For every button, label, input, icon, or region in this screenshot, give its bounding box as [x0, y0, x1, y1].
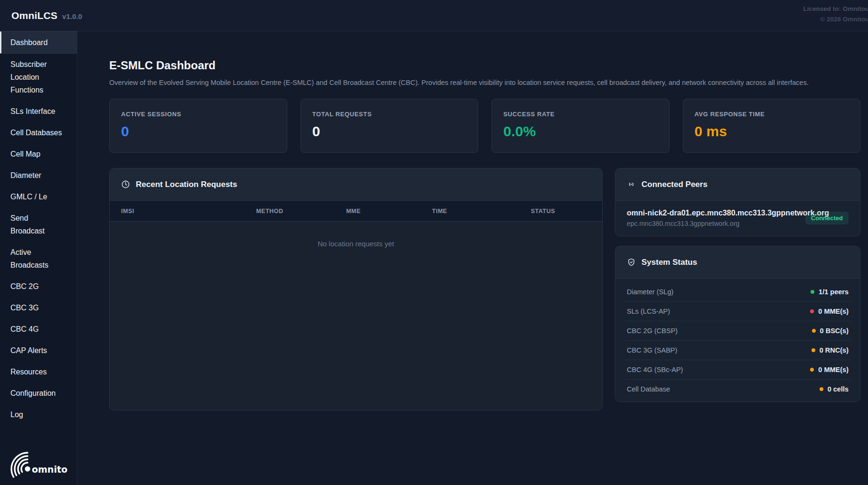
- app-title: OmniLCS: [11, 10, 57, 21]
- sidebar-item-dashboard[interactable]: Dashboard: [0, 31, 77, 54]
- status-dot: [811, 290, 814, 294]
- connected-peers-panel: Connected Peers omni-nick2-dra01.epc.mnc…: [615, 168, 860, 236]
- copyright-text: © 2026 Omnitouch: [803, 14, 868, 25]
- app-header: OmniLCS v1.0.0 Licensed to: Omnitouch © …: [0, 0, 868, 31]
- sidebar-item-configuration[interactable]: Configuration: [0, 382, 77, 404]
- page-title: E-SMLC Dashboard: [109, 59, 860, 72]
- omnitouch-logo: omnitouch: [9, 448, 67, 480]
- status-value: 1/1 peers: [819, 288, 849, 296]
- peer-info: omni-nick2-dra01.epc.mnc380.mcc313.3gppn…: [627, 209, 800, 227]
- stat-value: 0: [121, 123, 275, 140]
- app-brand: OmniLCS v1.0.0: [11, 10, 82, 21]
- column-header-time: TIME: [395, 208, 484, 215]
- recent-requests-header: Recent Location Requests: [110, 168, 602, 201]
- sidebar-item-send-broadcast[interactable]: Send Broadcast: [0, 207, 77, 242]
- right-column: Connected Peers omni-nick2-dra01.epc.mnc…: [615, 168, 860, 402]
- stat-label: ACTIVE SESSIONS: [121, 111, 275, 118]
- stat-card-avg-response-time: AVG RESPONSE TIME 0 ms: [683, 99, 861, 153]
- stat-card-success-rate: SUCCESS RATE 0.0%: [491, 99, 670, 153]
- status-row-diameter-slg: Diameter (SLg) 1/1 peers: [625, 282, 850, 302]
- sidebar-item-active-broadcasts[interactable]: Active Broadcasts: [0, 242, 77, 276]
- sidebar-item-cbc-4g[interactable]: CBC 4G: [0, 318, 77, 340]
- requests-table-header: IMSI METHOD MME TIME STATUS: [110, 201, 602, 222]
- system-status-panel: System Status Diameter (SLg) 1/1 peers S…: [615, 246, 860, 402]
- empty-state-text: No location requests yet: [110, 222, 602, 248]
- requests-table-body: No location requests yet: [110, 222, 602, 410]
- connected-peers-header: Connected Peers: [615, 168, 860, 201]
- license-info: Licensed to: Omnitouch © 2026 Omnitouch: [803, 4, 868, 24]
- status-row-cbc-2g-cbsp: CBC 2G (CBSP) 0 BSC(s): [625, 321, 850, 341]
- column-header-mme: MME: [311, 208, 395, 215]
- omnitouch-logo-text: omnitouch: [32, 464, 67, 475]
- recent-requests-title: Recent Location Requests: [136, 180, 237, 189]
- stat-value: 0 ms: [695, 123, 849, 140]
- shield-icon: [627, 258, 636, 267]
- sidebar-item-diameter[interactable]: Diameter: [0, 165, 77, 186]
- status-value: 0 RNC(s): [820, 346, 849, 354]
- status-row-cell-database: Cell Database 0 cells: [625, 380, 850, 399]
- app-version: v1.0.0: [62, 12, 82, 20]
- status-label: Diameter (SLg): [627, 288, 673, 296]
- stat-cards: ACTIVE SESSIONS 0 TOTAL REQUESTS 0 SUCCE…: [109, 99, 860, 153]
- status-dot: [810, 368, 814, 372]
- peer-row[interactable]: omni-nick2-dra01.epc.mnc380.mcc313.3gppn…: [615, 201, 860, 236]
- sidebar-item-cell-databases[interactable]: Cell Databases: [0, 122, 77, 143]
- peer-name: omni-nick2-dra01.epc.mnc380.mcc313.3gppn…: [627, 209, 800, 217]
- status-row-cbc-3g-sabp: CBC 3G (SABP) 0 RNC(s): [625, 341, 850, 360]
- sidebar-item-log[interactable]: Log: [0, 404, 77, 425]
- licensed-to-text: Licensed to: Omnitouch: [803, 4, 868, 14]
- recent-location-requests-panel: Recent Location Requests IMSI METHOD MME…: [109, 168, 603, 410]
- status-label: CBC 3G (SABP): [627, 346, 677, 354]
- sidebar-item-subscriber-location-functions[interactable]: Subscriber Location Functions: [0, 54, 77, 101]
- sidebar-item-resources[interactable]: Resources: [0, 361, 77, 382]
- sidebar-nav: Dashboard Subscriber Location Functions …: [0, 31, 77, 485]
- stat-value: 0.0%: [503, 123, 658, 140]
- clock-icon: [121, 180, 130, 189]
- stat-value: 0: [312, 123, 467, 140]
- connected-peers-title: Connected Peers: [642, 180, 708, 189]
- broadcast-icon: [627, 180, 636, 189]
- status-dot: [812, 329, 816, 333]
- stat-label: SUCCESS RATE: [503, 111, 658, 118]
- system-status-title: System Status: [642, 258, 697, 267]
- system-status-rows: Diameter (SLg) 1/1 peers SLs (LCS-AP) 0 …: [615, 279, 860, 401]
- sidebar-item-cbc-3g[interactable]: CBC 3G: [0, 297, 77, 318]
- stat-label: AVG RESPONSE TIME: [695, 111, 849, 118]
- status-value: 0 MME(s): [818, 308, 849, 315]
- sidebar-item-gmlc-le[interactable]: GMLC / Le: [0, 186, 77, 207]
- status-dot: [810, 309, 814, 313]
- stat-card-active-sessions: ACTIVE SESSIONS 0: [109, 99, 287, 153]
- sidebar-item-cap-alerts[interactable]: CAP Alerts: [0, 340, 77, 361]
- sidebar-item-sls-interface[interactable]: SLs Interface: [0, 101, 77, 122]
- peer-status-badge: Connected: [805, 212, 849, 224]
- status-value: 0 MME(s): [818, 366, 849, 373]
- stat-label: TOTAL REQUESTS: [312, 111, 467, 118]
- status-row-sls-lcs-ap: SLs (LCS-AP) 0 MME(s): [625, 302, 850, 321]
- system-status-header: System Status: [615, 246, 860, 279]
- page-subtitle: Overview of the Evolved Serving Mobile L…: [109, 79, 860, 86]
- status-dot: [820, 387, 823, 391]
- main-content: E-SMLC Dashboard Overview of the Evolved…: [77, 31, 868, 485]
- status-value: 0 cells: [828, 385, 849, 393]
- stat-card-total-requests: TOTAL REQUESTS 0: [301, 99, 479, 153]
- column-header-status: STATUS: [484, 208, 602, 215]
- status-label: SLs (LCS-AP): [627, 308, 670, 315]
- column-header-imsi: IMSI: [110, 208, 228, 215]
- status-value: 0 BSC(s): [820, 327, 849, 335]
- column-header-method: METHOD: [228, 208, 311, 215]
- sidebar-item-cell-map[interactable]: Cell Map: [0, 143, 77, 165]
- status-label: CBC 4G (SBc-AP): [627, 366, 683, 373]
- status-dot: [811, 348, 815, 352]
- status-label: CBC 2G (CBSP): [627, 327, 678, 335]
- status-row-cbc-4g-sbc-ap: CBC 4G (SBc-AP) 0 MME(s): [625, 360, 850, 380]
- peer-realm: epc.mnc380.mcc313.3gppnetwork.org: [627, 220, 800, 227]
- sidebar-item-cbc-2g[interactable]: CBC 2G: [0, 276, 77, 297]
- status-label: Cell Database: [627, 385, 670, 393]
